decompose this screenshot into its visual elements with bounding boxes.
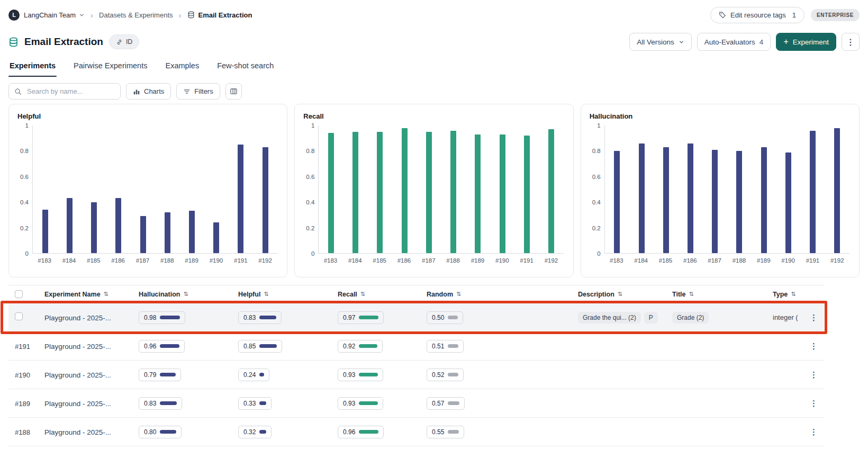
x-tick-label: #183 [604,257,629,264]
metric-cell-helpful: 0.32 [238,426,338,438]
sort-icon[interactable]: ⇅ [360,291,365,298]
header-actions: All Versions Auto-Evaluators 4 + Experim… [629,33,860,51]
experiment-name-link[interactable]: Playground - 2025-... [44,428,111,436]
metric-cell-recall: 0.96 [338,426,427,438]
charts-toggle-button[interactable]: Charts [126,83,171,100]
experiment-name-link[interactable]: Playground - 2025-... [44,400,111,408]
row-id: #191 [15,343,30,351]
metric-value: 0.50 [432,314,444,321]
chart-recall: Recall 00.20.40.60.81 #183#184#185#186#1… [294,104,573,277]
sort-icon[interactable]: ⇅ [183,291,188,298]
table-row[interactable]: #188Playground - 2025-...0.800.320.960.5… [8,418,824,446]
bar-slot [343,125,368,253]
table-row[interactable]: #190Playground - 2025-...0.790.240.930.5… [8,361,824,389]
breadcrumb-datasets[interactable]: Datasets & Experiments [99,11,173,19]
metric-cell-random: 0.52 [427,369,578,381]
tab-examples[interactable]: Examples [164,57,200,77]
bar-190 [500,134,505,253]
auto-evaluators-button[interactable]: Auto-Evaluators 4 [697,33,771,51]
sort-icon[interactable]: ⇅ [264,291,268,298]
experiment-name-link[interactable]: Playground - 2025-... [44,343,111,351]
metric-cell-recall: 0.93 [338,397,427,410]
description-badge[interactable]: P [644,312,658,324]
columns-button[interactable] [225,83,242,100]
filters-button[interactable]: Filters [176,83,220,100]
row-menu-button[interactable]: ⋮ [808,399,820,408]
y-tick-label: 0.4 [306,199,314,205]
row-menu-button[interactable]: ⋮ [808,370,820,380]
metric-value: 0.97 [343,314,355,321]
copy-id-button[interactable]: ID [109,34,140,49]
sort-icon[interactable]: ⇅ [456,291,461,298]
column-label[interactable]: Hallucination [139,291,180,298]
tab-experiments[interactable]: Experiments [8,57,57,77]
table-row[interactable]: #189Playground - 2025-...0.830.330.930.5… [8,389,824,418]
metric-value: 0.96 [144,343,156,350]
plot-area [32,125,277,254]
metric-bar [359,401,377,405]
metric-bar [359,373,377,376]
tab-few-shot-search[interactable]: Few-shot search [216,57,275,77]
experiment-name-cell: Playground - 2025-... [44,313,139,322]
more-options-button[interactable]: ⋮ [842,33,860,51]
x-tick-label: #186 [106,257,130,264]
row-menu-button[interactable]: ⋮ [808,342,820,351]
sort-icon[interactable]: ⇅ [618,291,622,298]
title-chip[interactable]: Grade (2) [672,312,709,324]
langchain-logo[interactable]: L [8,10,20,21]
chevron-down-icon[interactable] [79,12,85,18]
search-input[interactable] [26,87,115,96]
plot-area [318,125,563,254]
chart-title: Hallucination [581,104,859,125]
row-checkbox[interactable] [15,312,23,320]
column-label[interactable]: Random [427,291,453,298]
row-select-cell: #188 [15,427,44,437]
edit-resource-tags-button[interactable]: Edit resource tags 1 [710,7,804,23]
sort-icon[interactable]: ⇅ [689,291,693,298]
team-switcher[interactable]: LangChain Team [24,11,76,19]
column-label[interactable]: Type [773,291,788,298]
x-tick-label: #187 [130,257,155,264]
row-menu-cell: ⋮ [803,313,824,322]
metric-bar [160,373,176,376]
new-experiment-button[interactable]: + Experiment [776,33,836,51]
metric-value: 0.85 [243,343,256,350]
column-label[interactable]: Title [672,291,685,298]
x-tick-label: #189 [465,257,490,264]
experiment-name-link[interactable]: Playground - 2025-... [44,371,111,379]
versions-dropdown[interactable]: All Versions [629,33,692,51]
column-label[interactable]: Recall [338,291,357,298]
metric-chip-helpful: 0.33 [238,397,272,410]
charts-label: Charts [144,87,164,95]
metric-bar [160,344,179,348]
row-select-cell: #191 [15,342,44,351]
y-tick-label: 0.6 [20,174,29,180]
metric-value: 0.79 [144,371,156,379]
row-menu-button[interactable]: ⋮ [808,313,820,322]
metric-chip-recall: 0.93 [338,397,383,410]
select-all-checkbox[interactable] [15,290,23,298]
metric-bar [448,316,458,319]
bar-189 [189,211,195,253]
y-axis: 00.20.40.60.81 [14,125,32,254]
experiment-name-link[interactable]: Playground - 2025-... [44,314,111,322]
column-label[interactable]: Experiment Name [44,291,101,298]
tab-pairwise-experiments[interactable]: Pairwise Experiments [73,57,148,77]
bar-slot [776,125,800,253]
description-cell: Grade the qui... (2)P [578,312,672,324]
x-tick-label: #187 [417,257,441,264]
bar-191 [524,136,530,253]
sort-icon[interactable]: ⇅ [791,291,795,298]
column-label[interactable]: Helpful [238,291,260,298]
sort-icon[interactable]: ⇅ [104,291,108,298]
metric-chip-helpful: 0.85 [238,340,282,353]
description-chip[interactable]: Grade the qui... (2) [578,312,641,324]
metric-bar [448,344,458,348]
column-label[interactable]: Description [578,291,614,298]
bar-slot [82,125,106,253]
table-row[interactable]: #191Playground - 2025-...0.960.850.920.5… [8,332,824,361]
x-tick-label: #191 [800,257,825,264]
table-row[interactable]: Playground - 2025-...0.980.830.970.50Gra… [8,303,824,332]
y-tick-label: 0.4 [592,199,601,205]
row-menu-button[interactable]: ⋮ [808,427,820,437]
